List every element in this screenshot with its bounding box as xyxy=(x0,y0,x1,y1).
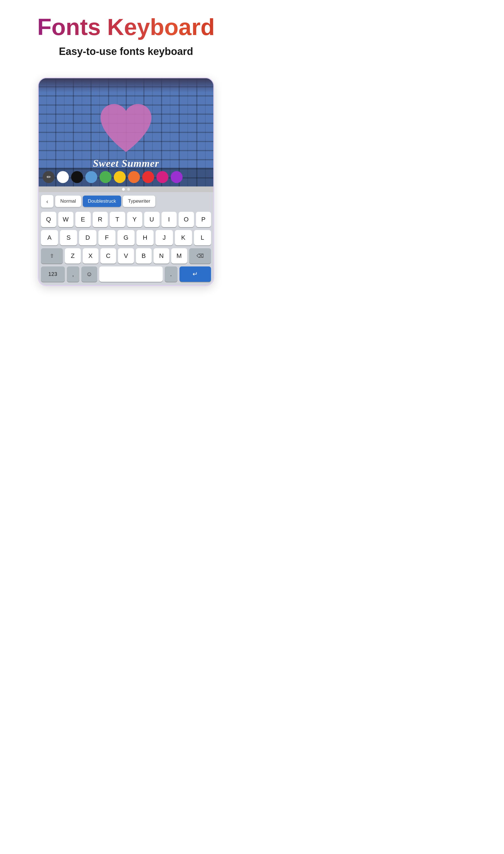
keyboard-bottom-row: 123 , ☺ . ↵ xyxy=(39,265,213,285)
key-e[interactable]: E xyxy=(75,212,91,227)
key-f[interactable]: F xyxy=(98,230,115,245)
emoji-key[interactable]: ☺ xyxy=(82,266,97,282)
comma-key[interactable]: , xyxy=(67,266,79,282)
color-palette: ✏ xyxy=(39,168,213,187)
font-selector-row: ‹ Normal Doublestruck Typewriter xyxy=(39,192,213,210)
key-q[interactable]: Q xyxy=(41,212,56,227)
return-key[interactable]: ↵ xyxy=(179,266,211,282)
key-t[interactable]: T xyxy=(110,212,125,227)
key-j[interactable]: J xyxy=(156,230,173,245)
curtain-top xyxy=(39,78,213,92)
key-l[interactable]: L xyxy=(194,230,211,245)
period-key[interactable]: . xyxy=(165,266,178,282)
key-a[interactable]: A xyxy=(41,230,58,245)
color-orange[interactable] xyxy=(128,171,140,183)
dot-2 xyxy=(127,188,130,191)
app-title: Fonts Keyboard xyxy=(11,14,241,40)
color-purple[interactable] xyxy=(170,171,183,183)
phone-frame: Sweet Summer ✏ ‹ xyxy=(38,77,214,286)
key-m[interactable]: M xyxy=(171,248,187,264)
pagination-dots xyxy=(39,187,213,192)
key-n[interactable]: N xyxy=(154,248,169,264)
color-pink[interactable] xyxy=(157,171,168,183)
font-option-normal[interactable]: Normal xyxy=(55,195,81,207)
keyboard-row-2: A S D F G H J K L xyxy=(39,229,213,247)
key-w[interactable]: W xyxy=(58,212,74,227)
key-i[interactable]: I xyxy=(162,212,177,227)
back-button[interactable]: ‹ xyxy=(41,195,53,208)
key-u[interactable]: U xyxy=(144,212,160,227)
dot-1 xyxy=(122,188,125,191)
color-green[interactable] xyxy=(100,171,111,183)
color-yellow[interactable] xyxy=(114,171,126,183)
keyboard-row-3: ⇧ Z X C V B N M ⌫ xyxy=(39,247,213,265)
color-red[interactable] xyxy=(142,171,154,183)
key-p[interactable]: P xyxy=(196,212,211,227)
key-h[interactable]: H xyxy=(137,230,154,245)
shift-key[interactable]: ⇧ xyxy=(41,248,63,264)
color-black[interactable] xyxy=(71,171,83,183)
app-subtitle: Easy-to-use fonts keyboard xyxy=(11,46,241,57)
key-r[interactable]: R xyxy=(93,212,108,227)
heart-graphic xyxy=(95,101,157,158)
backspace-key[interactable]: ⌫ xyxy=(189,248,211,264)
phone-container: Sweet Summer ✏ ‹ xyxy=(38,77,214,286)
key-y[interactable]: Y xyxy=(127,212,143,227)
eyedropper-btn[interactable]: ✏ xyxy=(43,171,55,183)
key-x[interactable]: X xyxy=(83,248,98,264)
space-key[interactable] xyxy=(99,266,163,282)
header: Fonts Keyboard Easy-to-use fonts keyboar… xyxy=(0,0,252,74)
font-option-doublestruck[interactable]: Doublestruck xyxy=(83,195,121,207)
key-c[interactable]: C xyxy=(101,248,116,264)
font-option-typewriter[interactable]: Typewriter xyxy=(123,195,155,207)
key-v[interactable]: V xyxy=(118,248,134,264)
key-g[interactable]: G xyxy=(118,230,134,245)
key-k[interactable]: K xyxy=(175,230,192,245)
keyboard-area: ‹ Normal Doublestruck Typewriter Q W E R… xyxy=(39,192,213,285)
key-d[interactable]: D xyxy=(79,230,96,245)
keyboard-row-1: Q W E R T Y U I O P xyxy=(39,210,213,229)
brick-wall-image: Sweet Summer ✏ xyxy=(39,78,213,187)
color-white[interactable] xyxy=(57,171,69,183)
key-o[interactable]: O xyxy=(179,212,194,227)
key-z[interactable]: Z xyxy=(65,248,80,264)
numbers-key[interactable]: 123 xyxy=(41,266,65,282)
key-b[interactable]: B xyxy=(136,248,151,264)
key-s[interactable]: S xyxy=(60,230,77,245)
color-blue[interactable] xyxy=(85,171,97,183)
